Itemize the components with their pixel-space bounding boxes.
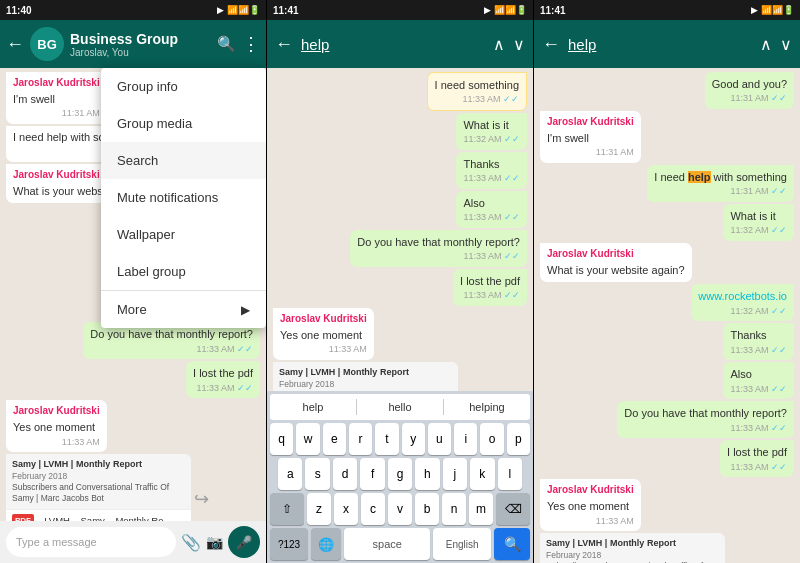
- msg-text: www.rocketbots.io: [698, 290, 787, 302]
- header-sub-1: Jaroslav, You: [70, 47, 211, 58]
- kb-key-m[interactable]: m: [469, 493, 493, 525]
- menu-item-mute[interactable]: Mute notifications: [101, 179, 266, 216]
- pdf-card-3[interactable]: Samy | LVMH | Monthly Report February 20…: [540, 533, 725, 563]
- panel-1: ← BG Business Group Jaroslav, You 🔍 ⋮ Ja…: [0, 20, 267, 563]
- status-icons-1: ▶ 📶📶🔋: [217, 5, 260, 15]
- msg-meta: 11:32 AM ✓✓: [463, 133, 520, 146]
- kb-key-num[interactable]: ?123: [270, 528, 308, 560]
- kb-suggestion-helping[interactable]: helping: [444, 401, 530, 413]
- doc-body: Subscribers and Conversational Traffic O…: [12, 482, 185, 504]
- msg-meta: 11:33 AM: [280, 343, 367, 356]
- kb-key-p[interactable]: p: [507, 423, 530, 455]
- msg-outgoing: Do you have that monthly report? 11:33 A…: [617, 401, 794, 438]
- back-icon-3[interactable]: ←: [542, 34, 560, 55]
- kb-key-space[interactable]: space: [344, 528, 430, 560]
- msg-text: Also: [463, 197, 484, 209]
- kb-key-r[interactable]: r: [349, 423, 372, 455]
- msg-meta: 11:31 AM ✓✓: [654, 185, 787, 198]
- msg-meta: 11:32 AM ✓✓: [698, 305, 787, 318]
- msg-meta: 11:31 AM ✓✓: [712, 92, 787, 105]
- forward-icon-1[interactable]: ↪: [194, 488, 209, 510]
- doc-sub: February 2018: [12, 471, 185, 482]
- kb-key-y[interactable]: y: [402, 423, 425, 455]
- menu-item-group-info[interactable]: Group info: [101, 68, 266, 105]
- keyboard-panel: help hello helping q w e r t y u i o: [267, 391, 533, 563]
- kb-key-shift[interactable]: ⇧: [270, 493, 304, 525]
- kb-key-j[interactable]: j: [443, 458, 467, 490]
- kb-key-l[interactable]: l: [498, 458, 522, 490]
- kb-key-c[interactable]: c: [361, 493, 385, 525]
- more-icon-1[interactable]: ⋮: [242, 33, 260, 55]
- kb-suggestion-hello[interactable]: hello: [357, 401, 443, 413]
- menu-item-label[interactable]: Label group: [101, 253, 266, 290]
- back-icon-1[interactable]: ←: [6, 34, 24, 55]
- kb-key-search[interactable]: 🔍: [494, 528, 530, 560]
- kb-suggestion-help[interactable]: help: [270, 401, 356, 413]
- search-icon-1[interactable]: 🔍: [217, 35, 236, 53]
- kb-key-w[interactable]: w: [296, 423, 319, 455]
- msg-outgoing-highlight: I need something 11:33 AM ✓✓: [427, 72, 527, 111]
- menu-item-search[interactable]: Search: [101, 142, 266, 179]
- msg-outgoing: I lost the pdf 11:33 AM ✓✓: [186, 361, 260, 398]
- kb-key-x[interactable]: x: [334, 493, 358, 525]
- kb-key-o[interactable]: o: [480, 423, 503, 455]
- msg-outgoing: I lost the pdf 11:33 AM ✓✓: [720, 440, 794, 477]
- kb-key-s[interactable]: s: [305, 458, 329, 490]
- pdf-preview-3: Samy | LVMH | Monthly Report February 20…: [540, 533, 725, 563]
- msg-sender: Jaroslav Kudritski: [13, 76, 100, 90]
- msg-meta: 11:33 AM: [547, 515, 634, 528]
- kb-key-backspace[interactable]: ⌫: [496, 493, 530, 525]
- kb-key-d[interactable]: d: [333, 458, 357, 490]
- status-icons-2: ▶ 📶📶🔋: [484, 5, 527, 15]
- msg-meta: 11:31 AM: [547, 146, 634, 159]
- kb-key-z[interactable]: z: [307, 493, 331, 525]
- nav-up-icon-2[interactable]: ∧: [493, 35, 505, 54]
- header-title-1: Business Group: [70, 31, 211, 47]
- mic-button-1[interactable]: 🎤: [228, 526, 260, 558]
- msg-outgoing: www.rocketbots.io 11:32 AM ✓✓: [691, 284, 794, 321]
- chat-body-2: I need something 11:33 AM ✓✓ What is it …: [267, 68, 533, 391]
- kb-key-f[interactable]: f: [360, 458, 384, 490]
- msg-meta: 11:33 AM ✓✓: [463, 172, 520, 185]
- menu-item-more[interactable]: More ▶: [101, 291, 266, 328]
- kb-key-q[interactable]: q: [270, 423, 293, 455]
- kb-key-i[interactable]: i: [454, 423, 477, 455]
- back-icon-2[interactable]: ←: [275, 34, 293, 55]
- kb-key-b[interactable]: b: [415, 493, 439, 525]
- kb-key-a[interactable]: a: [278, 458, 302, 490]
- more-label: More: [117, 302, 147, 317]
- nav-down-icon-2[interactable]: ∨: [513, 35, 525, 54]
- msg-incoming: Jaroslav Kudritski I'm swell 11:31 AM: [6, 72, 107, 124]
- msg-text: What is your website again?: [547, 264, 685, 276]
- kb-key-u[interactable]: u: [428, 423, 451, 455]
- msg-outgoing: Thanks 11:33 AM ✓✓: [723, 323, 794, 360]
- nav-down-icon-3[interactable]: ∨: [780, 35, 792, 54]
- kb-key-n[interactable]: n: [442, 493, 466, 525]
- pdf-preview-1: Samy | LVMH | Monthly Report February 20…: [6, 454, 191, 510]
- kb-key-v[interactable]: v: [388, 493, 412, 525]
- input-box-1[interactable]: Type a message: [6, 527, 176, 557]
- menu-item-wallpaper[interactable]: Wallpaper: [101, 216, 266, 253]
- status-icons-3: ▶ 📶📶🔋: [751, 5, 794, 15]
- pdf-card-2[interactable]: Samy | LVMH | Monthly Report February 20…: [273, 362, 458, 391]
- kb-key-h[interactable]: h: [415, 458, 439, 490]
- nav-up-icon-3[interactable]: ∧: [760, 35, 772, 54]
- kb-key-k[interactable]: k: [470, 458, 494, 490]
- pdf-card-1[interactable]: Samy | LVMH | Monthly Report February 20…: [6, 454, 191, 521]
- kb-key-g[interactable]: g: [388, 458, 412, 490]
- kb-key-globe[interactable]: 🌐: [311, 528, 341, 560]
- camera-icon-1[interactable]: 📷: [206, 534, 223, 550]
- header-info-1[interactable]: Business Group Jaroslav, You: [70, 31, 211, 58]
- msg-text: Also: [730, 368, 751, 380]
- msg-text: Do you have that monthly report?: [90, 328, 253, 340]
- pdf-preview-2: Samy | LVMH | Monthly Report February 20…: [273, 362, 458, 391]
- msg-meta: 11:33 AM ✓✓: [90, 343, 253, 356]
- msg-outgoing: Also 11:33 AM ✓✓: [456, 191, 527, 228]
- kb-key-t[interactable]: t: [375, 423, 398, 455]
- msg-outgoing: Also 11:33 AM ✓✓: [723, 362, 794, 399]
- kb-key-e[interactable]: e: [323, 423, 346, 455]
- menu-item-group-media[interactable]: Group media: [101, 105, 266, 142]
- msg-text: Yes one moment: [13, 421, 95, 433]
- attach-icon-1[interactable]: 📎: [181, 533, 201, 552]
- msg-outgoing: What is it 11:32 AM ✓✓: [723, 204, 794, 241]
